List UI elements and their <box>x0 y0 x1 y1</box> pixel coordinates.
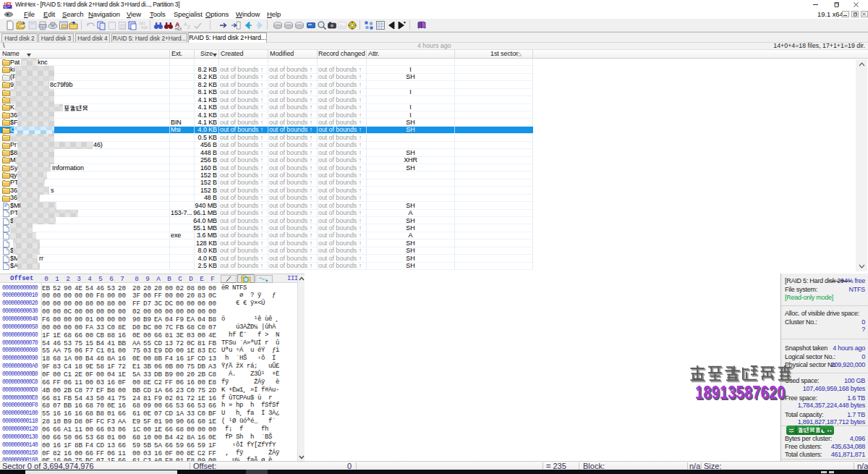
svg-text:Z: Z <box>187 25 191 30</box>
svg-text:HEX: HEX <box>175 27 182 31</box>
svg-text:HEX: HEX <box>4 1 12 6</box>
svg-text:010: 010 <box>141 26 148 30</box>
